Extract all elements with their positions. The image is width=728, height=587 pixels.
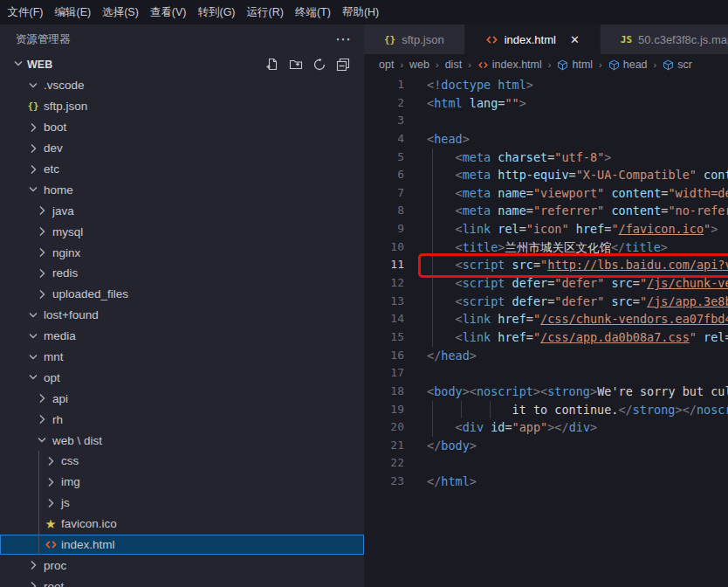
tree-item-nginx[interactable]: nginx [0,242,364,263]
chevron-right-icon [26,162,40,176]
breadcrumb-item-opt[interactable]: opt [379,59,394,71]
chevron-right-icon [44,475,58,489]
line-number: 3 [364,112,404,130]
tree-item-mysql[interactable]: mysql [0,221,364,242]
code-line-23: 23</html> [364,473,728,491]
line-number: 4 [364,130,404,148]
chevron-right-icon [44,454,58,468]
menu-item-edit[interactable]: 编辑(E) [49,5,97,20]
line-number: 8 [364,202,404,220]
tree-item-home[interactable]: home [0,179,364,200]
symbol-cube-icon [557,59,568,71]
line-number: 20 [364,418,404,437]
new-folder-icon[interactable] [289,58,303,72]
tree-indent-guide [38,451,39,556]
tree-item-api[interactable]: api [0,388,364,409]
json-icon: {} [27,100,38,112]
menu-item-selection[interactable]: 选择(S) [97,5,145,20]
tree-item-boot[interactable]: boot [0,117,364,138]
code-line-4: 4<head> [364,130,728,148]
workspace-row[interactable]: WEB [0,54,364,75]
menu-item-run[interactable]: 运行(R) [241,5,289,20]
breadcrumb-separator: › [599,59,602,70]
tree-item-js[interactable]: js [0,493,364,514]
menu-bar: 文件(F)编辑(E)选择(S)查看(V)转到(G)运行(R)终端(T)帮助(H) [0,0,728,24]
chevron-right-icon [35,412,49,426]
symbol-cube-icon [663,59,674,71]
collapse-all-icon[interactable] [336,58,350,72]
tree-item-root[interactable]: root [0,576,364,587]
tree-item-web-dist[interactable]: web \ dist [0,430,364,451]
line-number: 23 [364,473,404,491]
line-number: 13 [364,293,404,311]
breadcrumb-item-head[interactable]: head [608,59,648,71]
close-icon[interactable]: ✕ [570,33,580,46]
breadcrumb-item-html[interactable]: html [557,59,593,71]
line-number: 11 [364,256,404,274]
new-file-icon[interactable] [265,58,279,72]
breadcrumb-item-web[interactable]: web [409,59,429,71]
tree-item-css[interactable]: css [0,451,364,472]
tree-item-media[interactable]: media [0,326,364,347]
breadcrumb-separator: › [548,59,552,70]
code-line-7: 7 <meta name="viewport" content="width=d… [364,184,728,203]
tree-item-img[interactable]: img [0,472,364,493]
breadcrumb-separator: › [654,59,657,70]
code-line-21: 21</body> [364,437,728,455]
file-tree: .vscode{}sftp.jsonbootdevetchomejavamysq… [0,75,364,587]
tab-sftp-json[interactable]: {}sftp.json [364,24,464,54]
line-number: 16 [364,347,404,365]
tab-js-map[interactable]: JS50.c3ef3f8c.js.map [601,24,728,54]
editor-tabs: {}sftp.jsonindex.html✕JS50.c3ef3f8c.js.m… [364,24,728,54]
tree-item-uploaded-files[interactable]: uploaded_files [0,284,364,305]
tab-index-html[interactable]: index.html✕ [465,24,600,54]
tree-item--vscode[interactable]: .vscode [0,75,364,96]
tree-item-opt[interactable]: opt [0,367,364,388]
tree-item-index-html[interactable]: index.html [0,535,364,556]
tree-item-dev[interactable]: dev [0,138,364,159]
code-line-22: 22 [364,454,728,473]
breadcrumb-item-scr[interactable]: scr [663,59,692,71]
breadcrumb-item-index-html[interactable]: index.html [477,59,542,71]
code-line-19: 19 it to continue.</strong></noscript> [364,401,728,419]
menu-item-help[interactable]: 帮助(H) [336,5,384,20]
explorer-sidebar: 资源管理器 ⋯ WEB .vscode{}sftp.jsonbootdevetc… [0,24,364,587]
tree-item-sftp-json[interactable]: {}sftp.json [0,96,364,117]
tree-item-etc[interactable]: etc [0,159,364,180]
tree-item-mnt[interactable]: mnt [0,347,364,368]
code-line-9: 9 <link rel="icon" href="/favicon.ico"> [364,220,728,238]
chevron-right-icon [35,224,49,238]
tree-item-java[interactable]: java [0,200,364,221]
tree-item-favicon-ico[interactable]: ★favicon.ico [0,514,364,535]
line-number: 15 [364,328,404,347]
chevron-down-icon [26,79,40,93]
code-line-18: 18<body><noscript><strong>We're sorry bu… [364,383,728,401]
workspace-label: WEB [27,59,52,71]
more-actions-icon[interactable]: ⋯ [335,30,352,49]
symbol-cube-icon [608,59,620,71]
tree-item-lost-found[interactable]: lost+found [0,305,364,326]
chevron-down-icon [35,433,49,447]
breadcrumb-item-dist[interactable]: dist [445,59,462,71]
line-number: 22 [364,454,404,473]
chevron-right-icon [44,496,58,510]
explorer-title: 资源管理器 [16,32,71,47]
html-icon [485,33,498,46]
code-line-20: 20 <div id="app"></div> [364,418,728,437]
menu-item-file[interactable]: 文件(F) [2,5,49,20]
chevron-right-icon [35,204,49,218]
line-number: 5 [364,148,404,167]
menu-item-goto[interactable]: 转到(G) [192,5,241,20]
tree-item-rh[interactable]: rh [0,409,364,430]
code-line-5: 5 <meta charset="utf-8"> [364,148,728,167]
code-editor[interactable]: 1<!doctype html>2<html lang="">34<head>5… [364,75,728,587]
code-line-6: 6 <meta http-equiv="X-UA-Compatible" con… [364,166,728,184]
menu-item-view[interactable]: 查看(V) [144,5,192,20]
refresh-icon[interactable] [312,58,326,72]
menu-item-terminal[interactable]: 终端(T) [289,5,336,20]
chevron-right-icon [26,142,40,155]
tree-item-redis[interactable]: redis [0,263,364,284]
line-number: 10 [364,238,404,257]
tree-item-proc[interactable]: proc [0,555,364,576]
json-icon: {} [384,34,395,45]
